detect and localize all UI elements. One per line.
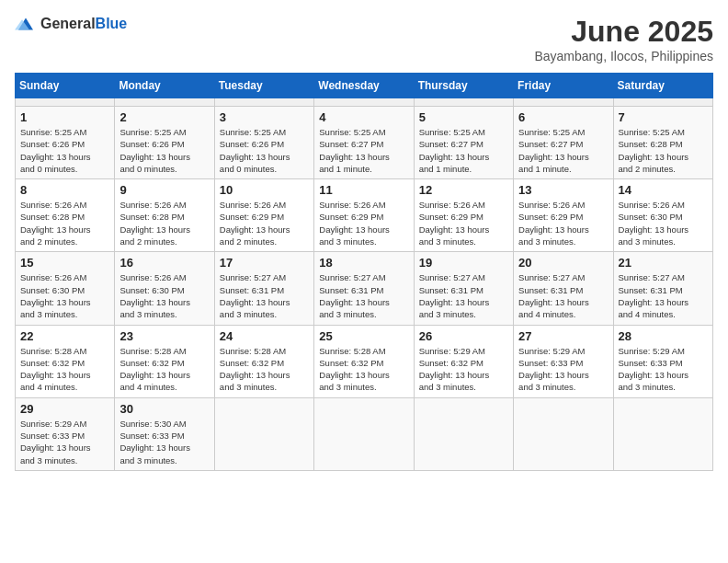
calendar-cell: 10Sunrise: 5:26 AM Sunset: 6:29 PM Dayli… [214, 179, 313, 252]
weekday-header-thursday: Thursday [414, 74, 513, 98]
day-number: 8 [20, 183, 109, 197]
calendar-cell: 2Sunrise: 5:25 AM Sunset: 6:26 PM Daylig… [115, 107, 214, 179]
calendar-cell [314, 98, 414, 107]
day-info: Sunrise: 5:26 AM Sunset: 6:30 PM Dayligh… [619, 199, 708, 247]
day-number: 4 [319, 110, 408, 124]
calendar-cell: 30Sunrise: 5:30 AM Sunset: 6:33 PM Dayli… [115, 397, 214, 470]
calendar-cell [613, 397, 712, 470]
day-info: Sunrise: 5:26 AM Sunset: 6:28 PM Dayligh… [20, 199, 109, 247]
day-number: 2 [119, 110, 209, 124]
day-info: Sunrise: 5:25 AM Sunset: 6:26 PM Dayligh… [220, 126, 309, 175]
day-info: Sunrise: 5:26 AM Sunset: 6:29 PM Dayligh… [518, 199, 608, 247]
day-number: 29 [20, 402, 109, 416]
day-info: Sunrise: 5:27 AM Sunset: 6:31 PM Dayligh… [319, 271, 408, 320]
calendar-week-1: 1Sunrise: 5:25 AM Sunset: 6:26 PM Daylig… [16, 107, 713, 179]
calendar-cell: 17Sunrise: 5:27 AM Sunset: 6:31 PM Dayli… [214, 252, 313, 325]
calendar-cell: 7Sunrise: 5:25 AM Sunset: 6:28 PM Daylig… [613, 107, 712, 179]
day-info: Sunrise: 5:29 AM Sunset: 6:33 PM Dayligh… [20, 418, 109, 466]
calendar-cell: 6Sunrise: 5:25 AM Sunset: 6:27 PM Daylig… [514, 107, 613, 179]
calendar-cell: 29Sunrise: 5:29 AM Sunset: 6:33 PM Dayli… [16, 397, 115, 470]
day-number: 12 [419, 183, 508, 197]
calendar-cell [214, 98, 313, 107]
calendar-week-2: 8Sunrise: 5:26 AM Sunset: 6:28 PM Daylig… [16, 179, 713, 252]
logo-icon [15, 15, 37, 33]
calendar-cell: 12Sunrise: 5:26 AM Sunset: 6:29 PM Dayli… [414, 179, 513, 252]
calendar-cell: 16Sunrise: 5:26 AM Sunset: 6:30 PM Dayli… [115, 252, 214, 325]
day-number: 1 [20, 110, 109, 124]
day-number: 10 [220, 183, 309, 197]
calendar-cell: 27Sunrise: 5:29 AM Sunset: 6:33 PM Dayli… [514, 325, 613, 397]
day-number: 5 [419, 110, 508, 124]
day-info: Sunrise: 5:25 AM Sunset: 6:26 PM Dayligh… [119, 126, 209, 175]
day-number: 25 [319, 329, 408, 343]
calendar-body: 1Sunrise: 5:25 AM Sunset: 6:26 PM Daylig… [16, 98, 713, 471]
calendar-cell: 24Sunrise: 5:28 AM Sunset: 6:32 PM Dayli… [214, 325, 313, 397]
day-number: 14 [619, 183, 708, 197]
weekday-header-monday: Monday [115, 74, 214, 98]
day-info: Sunrise: 5:28 AM Sunset: 6:32 PM Dayligh… [319, 345, 408, 394]
day-number: 24 [220, 329, 309, 343]
day-number: 18 [319, 256, 408, 270]
day-number: 22 [20, 329, 109, 343]
calendar-cell: 15Sunrise: 5:26 AM Sunset: 6:30 PM Dayli… [16, 252, 115, 325]
calendar-cell [514, 98, 613, 107]
logo-general: General [40, 16, 96, 31]
day-number: 15 [20, 256, 109, 270]
calendar-cell: 3Sunrise: 5:25 AM Sunset: 6:26 PM Daylig… [214, 107, 313, 179]
day-info: Sunrise: 5:25 AM Sunset: 6:27 PM Dayligh… [518, 126, 608, 175]
day-info: Sunrise: 5:27 AM Sunset: 6:31 PM Dayligh… [619, 271, 708, 320]
calendar-cell: 25Sunrise: 5:28 AM Sunset: 6:32 PM Dayli… [314, 325, 414, 397]
calendar-cell [414, 397, 513, 470]
weekday-header-saturday: Saturday [613, 74, 712, 98]
day-info: Sunrise: 5:28 AM Sunset: 6:32 PM Dayligh… [119, 345, 209, 394]
day-number: 21 [619, 256, 708, 270]
day-number: 16 [119, 256, 209, 270]
calendar-cell: 28Sunrise: 5:29 AM Sunset: 6:33 PM Dayli… [613, 325, 712, 397]
header: GeneralBlue June 2025 Bayambang, Ilocos,… [15, 15, 713, 63]
day-number: 26 [419, 329, 508, 343]
calendar-title: June 2025 [534, 15, 713, 49]
day-info: Sunrise: 5:28 AM Sunset: 6:32 PM Dayligh… [20, 345, 109, 394]
calendar-cell: 9Sunrise: 5:26 AM Sunset: 6:28 PM Daylig… [115, 179, 214, 252]
day-number: 6 [518, 110, 608, 124]
calendar-cell: 21Sunrise: 5:27 AM Sunset: 6:31 PM Dayli… [613, 252, 712, 325]
calendar-subtitle: Bayambang, Ilocos, Philippines [534, 49, 713, 63]
calendar-cell [214, 397, 313, 470]
calendar-header-row: SundayMondayTuesdayWednesdayThursdayFrid… [16, 74, 713, 98]
day-number: 11 [319, 183, 408, 197]
calendar-cell: 23Sunrise: 5:28 AM Sunset: 6:32 PM Dayli… [115, 325, 214, 397]
day-info: Sunrise: 5:25 AM Sunset: 6:27 PM Dayligh… [419, 126, 508, 175]
weekday-header-sunday: Sunday [16, 74, 115, 98]
day-number: 9 [119, 183, 209, 197]
day-number: 28 [619, 329, 708, 343]
day-info: Sunrise: 5:26 AM Sunset: 6:30 PM Dayligh… [20, 271, 109, 320]
calendar-cell [16, 98, 115, 107]
day-info: Sunrise: 5:26 AM Sunset: 6:29 PM Dayligh… [419, 199, 508, 247]
calendar-cell: 14Sunrise: 5:26 AM Sunset: 6:30 PM Dayli… [613, 179, 712, 252]
day-info: Sunrise: 5:25 AM Sunset: 6:28 PM Dayligh… [619, 126, 708, 175]
calendar-week-3: 15Sunrise: 5:26 AM Sunset: 6:30 PM Dayli… [16, 252, 713, 325]
weekday-header-wednesday: Wednesday [314, 74, 414, 98]
calendar-week-5: 29Sunrise: 5:29 AM Sunset: 6:33 PM Dayli… [16, 397, 713, 470]
day-number: 7 [619, 110, 708, 124]
day-info: Sunrise: 5:28 AM Sunset: 6:32 PM Dayligh… [220, 345, 309, 394]
day-number: 19 [419, 256, 508, 270]
calendar-cell [414, 98, 513, 107]
calendar-cell: 18Sunrise: 5:27 AM Sunset: 6:31 PM Dayli… [314, 252, 414, 325]
day-number: 17 [220, 256, 309, 270]
day-number: 3 [220, 110, 309, 124]
day-info: Sunrise: 5:29 AM Sunset: 6:33 PM Dayligh… [619, 345, 708, 394]
day-info: Sunrise: 5:29 AM Sunset: 6:32 PM Dayligh… [419, 345, 508, 394]
calendar-cell [314, 397, 414, 470]
day-number: 30 [119, 402, 209, 416]
title-area: June 2025 Bayambang, Ilocos, Philippines [534, 15, 713, 63]
calendar-cell: 4Sunrise: 5:25 AM Sunset: 6:27 PM Daylig… [314, 107, 414, 179]
calendar-cell [115, 98, 214, 107]
calendar-cell: 8Sunrise: 5:26 AM Sunset: 6:28 PM Daylig… [16, 179, 115, 252]
day-info: Sunrise: 5:26 AM Sunset: 6:29 PM Dayligh… [319, 199, 408, 247]
day-info: Sunrise: 5:27 AM Sunset: 6:31 PM Dayligh… [419, 271, 508, 320]
day-info: Sunrise: 5:26 AM Sunset: 6:28 PM Dayligh… [119, 199, 209, 247]
day-info: Sunrise: 5:26 AM Sunset: 6:29 PM Dayligh… [220, 199, 309, 247]
calendar-week-4: 22Sunrise: 5:28 AM Sunset: 6:32 PM Dayli… [16, 325, 713, 397]
calendar-week-0 [16, 98, 713, 107]
